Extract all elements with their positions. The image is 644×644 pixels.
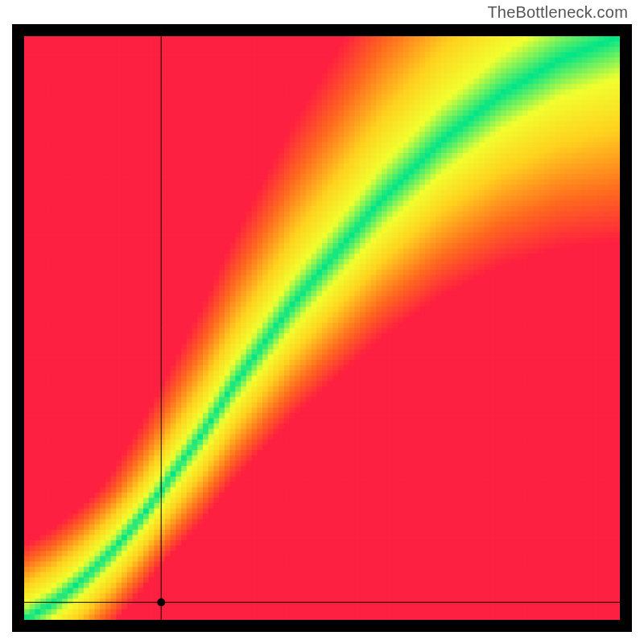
heatmap-canvas bbox=[12, 24, 632, 632]
attribution-label: TheBottleneck.com bbox=[487, 3, 628, 22]
bottleneck-heatmap bbox=[12, 24, 632, 632]
